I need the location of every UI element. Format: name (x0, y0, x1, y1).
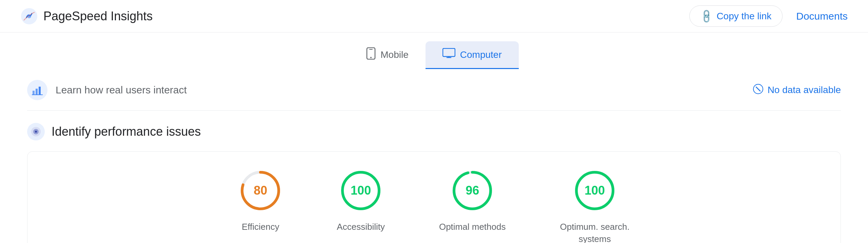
score-item-optimal-methods: 96 Optimal methods (439, 169, 506, 243)
tabs-container: Mobile Computer (0, 32, 868, 70)
copy-link-button[interactable]: 🔗 Copy the link (689, 5, 783, 27)
documents-link[interactable]: Documents (796, 10, 848, 22)
copy-link-label: Copy the link (716, 11, 771, 22)
computer-icon (442, 48, 455, 61)
tab-computer-label: Computer (460, 49, 502, 60)
learn-text: Learn how real users interact (56, 84, 187, 96)
learn-left: Learn how real users interact (27, 80, 187, 100)
score-circle-optimum-search: 100 (573, 169, 617, 213)
score-value-efficiency: 80 (254, 183, 267, 198)
score-value-optimum-search: 100 (585, 183, 605, 198)
score-item-accessibility: 100 Accessibility (337, 169, 385, 243)
score-circle-optimal-methods: 96 (450, 169, 494, 213)
tab-mobile-label: Mobile (380, 49, 408, 60)
svg-point-3 (370, 57, 372, 58)
tab-mobile[interactable]: Mobile (349, 41, 425, 70)
tab-computer[interactable]: Computer (426, 41, 519, 69)
mobile-icon (366, 47, 376, 62)
header: PageSpeed Insights 🔗 Copy the link Docum… (0, 0, 868, 32)
scores-card: 80 Efficiency 100 Accessibility (27, 151, 841, 243)
no-data-label: No data available (768, 85, 841, 95)
header-right: 🔗 Copy the link Documents (689, 5, 848, 27)
score-value-accessibility: 100 (351, 183, 371, 198)
score-label-optimum-search: Optimum. search.systems (560, 221, 629, 243)
svg-rect-9 (36, 89, 38, 95)
score-label-optimal-methods: Optimal methods (439, 221, 506, 233)
score-circle-accessibility: 100 (339, 169, 383, 213)
link-icon: 🔗 (698, 8, 715, 24)
score-item-efficiency: 80 Efficiency (238, 169, 282, 243)
learn-icon (27, 80, 47, 100)
pagespeed-logo-icon (20, 7, 38, 25)
logo-text: PageSpeed Insights (43, 9, 153, 23)
identify-icon (27, 123, 45, 140)
svg-rect-5 (443, 48, 455, 57)
chart-icon (31, 84, 43, 96)
learn-row: Learn how real users interact No data av… (27, 70, 841, 111)
score-label-accessibility: Accessibility (337, 221, 385, 233)
svg-rect-8 (33, 91, 35, 95)
svg-point-16 (35, 131, 37, 133)
logo-area: PageSpeed Insights (20, 7, 153, 25)
identify-header: Identify performance issues (27, 123, 841, 140)
score-label-efficiency: Efficiency (242, 221, 279, 233)
main-content: Learn how real users interact No data av… (0, 70, 868, 243)
svg-rect-10 (39, 87, 41, 95)
score-item-optimum-search: 100 Optimum. search.systems (560, 169, 629, 243)
svg-line-13 (756, 87, 760, 91)
score-circle-efficiency: 80 (238, 169, 282, 213)
no-data-area: No data available (753, 84, 841, 97)
identify-title: Identify performance issues (52, 125, 201, 139)
no-data-icon (753, 84, 764, 97)
identify-section: Identify performance issues 80 Efficienc… (27, 111, 841, 243)
score-value-optimal-methods: 96 (466, 183, 479, 198)
